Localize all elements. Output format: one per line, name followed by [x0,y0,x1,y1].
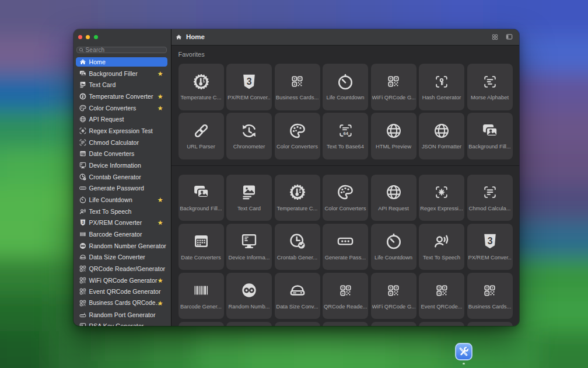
svg-text:64: 64 [343,131,348,136]
svg-text:3: 3 [487,236,492,246]
svg-text:3: 3 [247,77,252,86]
svg-text:3: 3 [82,220,84,224]
